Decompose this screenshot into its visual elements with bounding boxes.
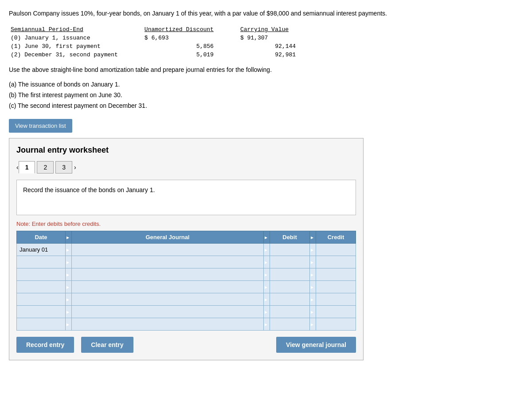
bottom-buttons: Record entry Clear entry View general jo… [16,337,356,353]
journal-general-journal-cell[interactable] [72,244,264,256]
table-row: January 01 [17,244,356,256]
row-indicator [66,268,72,281]
row-indicator [310,268,316,281]
journal-debit-cell[interactable] [270,281,310,293]
journal-date-cell: January 01 [17,244,66,256]
row-indicator [264,306,270,318]
journal-credit-input[interactable] [316,306,356,318]
journal-debit-cell[interactable] [270,318,310,331]
entry-note: Note: Enter debits before credits. [16,221,356,227]
amort-row-2-unamortized: 5,019 [127,51,223,59]
instructions: (a) The issuance of bonds on January 1. … [9,79,523,111]
journal-debit-cell[interactable] [270,244,310,256]
clear-entry-button[interactable]: Clear entry [81,337,133,353]
tab-navigation: ‹ 1 2 3 › [16,161,356,173]
journal-date-cell [17,318,66,331]
entry-description-box: Record the issuance of the bonds on Janu… [16,180,356,215]
journal-credit-cell[interactable] [316,268,356,281]
journal-credit-cell[interactable] [316,293,356,306]
journal-general-journal-cell[interactable] [72,318,264,331]
row-indicator [310,293,316,306]
journal-debit-input[interactable] [270,244,309,256]
journal-general-journal-cell[interactable] [72,281,264,293]
row-indicator [66,306,72,318]
journal-general-journal-input[interactable] [72,268,263,280]
table-row [17,268,356,281]
row-indicator [264,318,270,331]
journal-debit-cell[interactable] [270,293,310,306]
journal-date-cell [17,256,66,268]
journal-date-cell [17,293,66,306]
journal-general-journal-input[interactable] [72,281,263,293]
row-indicator [310,318,316,331]
row-indicator [264,256,270,268]
journal-credit-input[interactable] [316,293,356,305]
journal-date-cell [17,306,66,318]
journal-general-journal-cell[interactable] [72,293,264,306]
journal-general-journal-input[interactable] [72,256,263,268]
amort-row-1-label: (1) June 30, first payment [9,42,127,51]
journal-entry-table: Date General Journal Debit Credit Januar… [16,231,356,331]
amort-row-2-carrying: 92,981 [223,51,297,59]
journal-general-journal-input[interactable] [72,306,263,318]
entry-description-text: Record the issuance of the bonds on Janu… [23,186,155,193]
record-entry-button[interactable]: Record entry [16,337,74,353]
journal-general-journal-input[interactable] [72,318,263,330]
col-header-general-journal: General Journal [72,231,264,244]
row-indicator [264,268,270,281]
journal-debit-cell[interactable] [270,306,310,318]
row-indicator [66,293,72,306]
amortization-table: Semiannual Period-End Unamortized Discou… [9,25,297,59]
use-table-text: Use the above straight-line bond amortiz… [9,66,523,73]
journal-credit-cell[interactable] [316,244,356,256]
tab-3[interactable]: 3 [55,161,72,173]
amort-row-1-unamortized: 5,856 [127,42,223,51]
journal-debit-input[interactable] [270,256,309,268]
col-header-date: Date [17,231,66,244]
journal-credit-cell[interactable] [316,318,356,331]
journal-credit-input[interactable] [316,256,356,268]
row-indicator [310,244,316,256]
journal-debit-input[interactable] [270,318,309,330]
instruction-b: (b) The first interest payment on June 3… [9,90,523,101]
row-indicator [310,306,316,318]
journal-credit-cell[interactable] [316,306,356,318]
journal-debit-input[interactable] [270,281,309,293]
journal-date-cell [17,268,66,281]
journal-debit-input[interactable] [270,268,309,280]
amort-header-carrying: Carrying Value [223,25,297,34]
table-row [17,256,356,268]
table-row [17,293,356,306]
journal-credit-input[interactable] [316,244,356,256]
amort-row-0-unamortized: $ 6,693 [127,34,223,42]
journal-credit-input[interactable] [316,318,356,330]
table-row [17,318,356,331]
amort-row-2-label: (2) December 31, second payment [9,51,127,59]
problem-text-content: Paulson Company issues 10%, four-year bo… [9,10,387,17]
journal-general-journal-cell[interactable] [72,306,264,318]
journal-general-journal-input[interactable] [72,244,263,256]
view-general-journal-button[interactable]: View general journal [276,337,356,353]
journal-credit-input[interactable] [316,268,356,280]
journal-debit-cell[interactable] [270,256,310,268]
journal-general-journal-cell[interactable] [72,256,264,268]
journal-credit-cell[interactable] [316,281,356,293]
journal-credit-cell[interactable] [316,256,356,268]
view-transaction-list-button[interactable]: View transaction list [9,119,72,133]
row-indicator [310,281,316,293]
journal-debit-input[interactable] [270,293,309,305]
amort-header-period: Semiannual Period-End [9,25,127,34]
journal-debit-cell[interactable] [270,268,310,281]
journal-general-journal-input[interactable] [72,293,263,305]
row-indicator [264,244,270,256]
tab-1[interactable]: 1 [19,161,35,173]
amort-header-unamortized: Unamortized Discount [127,25,223,34]
row-indicator [310,256,316,268]
next-tab-button[interactable]: › [74,164,76,171]
journal-credit-input[interactable] [316,281,356,293]
tab-2[interactable]: 2 [37,161,54,173]
col-header-debit: Debit [270,231,310,244]
problem-description: Paulson Company issues 10%, four-year bo… [9,9,523,18]
journal-debit-input[interactable] [270,306,309,318]
journal-general-journal-cell[interactable] [72,268,264,281]
